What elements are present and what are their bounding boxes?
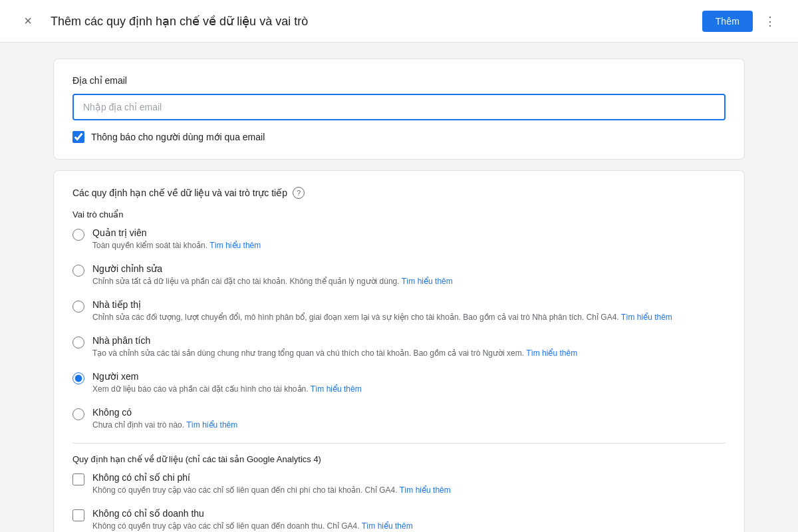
close-button[interactable]: × <box>16 9 40 33</box>
role-desc-admin: Toàn quyền kiểm soát tài khoản. Tìm hiểu… <box>92 239 261 251</box>
top-bar-right: Thêm ⋮ <box>702 9 782 33</box>
restriction-desc-cost: Không có quyền truy cập vào các chỉ số l… <box>92 484 451 496</box>
data-restriction-title: Quy định hạn chế về dữ liệu (chỉ các tài… <box>72 454 726 464</box>
role-label-analyst: Nhà phân tích <box>92 335 577 346</box>
restriction-label-revenue: Không có chỉ số doanh thu <box>92 508 413 519</box>
role-item-marketer: Nhà tiếp thị Chỉnh sửa các đối tượng, lư… <box>72 299 726 323</box>
role-radio-marketer[interactable] <box>72 301 84 313</box>
role-desc-editor: Chỉnh sửa tất cả dữ liệu và phần cài đặt… <box>92 275 453 287</box>
restriction-desc-revenue: Không có quyền truy cập vào các chỉ số l… <box>92 520 413 532</box>
restriction-content-revenue: Không có chỉ số doanh thu Không có quyền… <box>92 508 413 532</box>
role-item-analyst: Nhà phân tích Tạo và chỉnh sửa các tài s… <box>72 335 726 359</box>
email-input[interactable] <box>72 94 726 120</box>
restriction-content-cost: Không có chỉ số chi phí Không có quyền t… <box>92 472 451 496</box>
role-desc-none: Chưa chỉ định vai trò nào. Tìm hiểu thêm <box>92 419 237 431</box>
role-radio-admin[interactable] <box>72 229 84 241</box>
role-radio-editor[interactable] <box>72 265 84 277</box>
role-content-admin: Quản trị viên Toàn quyền kiểm soát tài k… <box>92 227 261 251</box>
restriction-item-cost: Không có chỉ số chi phí Không có quyền t… <box>72 472 726 496</box>
role-radio-viewer[interactable] <box>72 372 84 384</box>
close-icon: × <box>24 13 32 29</box>
page-title: Thêm các quy định hạn chế về dữ liệu và … <box>51 14 308 29</box>
top-bar-left: × Thêm các quy định hạn chế về dữ liệu v… <box>16 9 308 33</box>
restrict-cost-checkbox[interactable] <box>72 473 84 485</box>
role-content-viewer: Người xem Xem dữ liệu báo cáo và phần cà… <box>92 371 362 395</box>
notify-checkbox[interactable] <box>72 131 84 143</box>
role-radio-analyst[interactable] <box>72 336 84 348</box>
divider <box>72 443 726 444</box>
notify-label[interactable]: Thông báo cho người dùng mới qua email <box>91 132 265 142</box>
role-content-analyst: Nhà phân tích Tạo và chỉnh sửa các tài s… <box>92 335 577 359</box>
learn-more-none[interactable]: Tìm hiểu thêm <box>186 420 237 430</box>
restrict-revenue-checkbox[interactable] <box>72 509 84 521</box>
role-radio-none[interactable] <box>72 408 84 420</box>
role-desc-marketer: Chỉnh sửa các đối tượng, lượt chuyển đổi… <box>92 311 672 323</box>
role-content-marketer: Nhà tiếp thị Chỉnh sửa các đối tượng, lư… <box>92 299 672 323</box>
more-options-button[interactable]: ⋮ <box>758 9 782 33</box>
main-content: Địa chỉ email Thông báo cho người dùng m… <box>0 43 798 532</box>
role-label-viewer: Người xem <box>92 371 362 382</box>
them-button[interactable]: Thêm <box>702 11 753 32</box>
role-label-marketer: Nhà tiếp thị <box>92 299 672 310</box>
learn-more-admin[interactable]: Tìm hiểu thêm <box>209 241 261 250</box>
role-label-editor: Người chỉnh sửa <box>92 263 453 274</box>
roles-card: Các quy định hạn chế về dữ liệu và vai t… <box>53 170 745 532</box>
learn-more-editor[interactable]: Tìm hiểu thêm <box>402 277 453 286</box>
role-desc-analyst: Tạo và chỉnh sửa các tài sản dùng chung … <box>92 347 577 359</box>
notify-row: Thông báo cho người dùng mới qua email <box>72 131 726 143</box>
learn-more-viewer[interactable]: Tìm hiểu thêm <box>311 384 362 394</box>
role-item-admin: Quản trị viên Toàn quyền kiểm soát tài k… <box>72 227 726 251</box>
role-desc-viewer: Xem dữ liệu báo cáo và phần cài đặt cấu … <box>92 383 362 395</box>
role-item-editor: Người chỉnh sửa Chỉnh sửa tất cả dữ liệu… <box>72 263 726 287</box>
learn-more-marketer[interactable]: Tìm hiểu thêm <box>621 313 672 322</box>
restriction-item-revenue: Không có chỉ số doanh thu Không có quyền… <box>72 508 726 532</box>
role-label-none: Không có <box>92 407 237 418</box>
help-icon[interactable]: ? <box>293 187 305 199</box>
role-content-none: Không có Chưa chỉ định vai trò nào. Tìm … <box>92 407 237 431</box>
role-item-none: Không có Chưa chỉ định vai trò nào. Tìm … <box>72 407 726 431</box>
roles-section-header: Các quy định hạn chế về dữ liệu và vai t… <box>72 187 726 199</box>
standard-roles-title: Vai trò chuẩn <box>72 209 726 219</box>
more-icon: ⋮ <box>764 14 776 29</box>
role-content-editor: Người chỉnh sửa Chỉnh sửa tất cả dữ liệu… <box>92 263 453 287</box>
top-bar: × Thêm các quy định hạn chế về dữ liệu v… <box>0 0 798 43</box>
role-label-admin: Quản trị viên <box>92 227 261 238</box>
roles-section-title: Các quy định hạn chế về dữ liệu và vai t… <box>72 188 287 198</box>
learn-more-analyst[interactable]: Tìm hiểu thêm <box>526 348 577 358</box>
email-card: Địa chỉ email Thông báo cho người dùng m… <box>53 59 745 160</box>
learn-more-cost[interactable]: Tìm hiểu thêm <box>400 485 451 495</box>
learn-more-revenue[interactable]: Tìm hiểu thêm <box>362 521 413 531</box>
restriction-label-cost: Không có chỉ số chi phí <box>92 472 451 483</box>
role-item-viewer: Người xem Xem dữ liệu báo cáo và phần cà… <box>72 371 726 395</box>
email-section-label: Địa chỉ email <box>72 75 726 86</box>
